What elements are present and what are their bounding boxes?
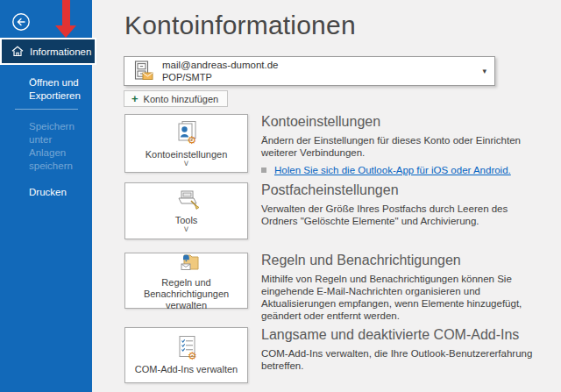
home-icon: [11, 46, 24, 57]
com-addins-icon: ⚙: [174, 335, 199, 361]
plus-icon: +: [131, 93, 138, 104]
rules-alerts-description: Mithilfe von Regeln und Benachrichtigung…: [261, 273, 542, 322]
svg-text:⚙: ⚙: [187, 134, 196, 146]
sidebar-item-info-label: Informationen: [30, 46, 91, 57]
chevron-down-icon: ˅: [184, 161, 189, 167]
mailbox-settings-text: Postfacheinstellungen Verwalten der Größ…: [261, 182, 542, 227]
account-settings-icon: ⚙: [174, 120, 199, 146]
sidebar-item-save-as: Speichern unter: [29, 120, 90, 146]
mailbox-cleanup-icon: [173, 189, 201, 212]
sidebar-item-info-selected[interactable]: Informationen: [0, 38, 96, 65]
tools-button[interactable]: Tools ˅: [124, 182, 248, 239]
account-selector-dropdown[interactable]: mail@andreas-dumont.de POP/SMTP ▾: [124, 56, 495, 86]
sidebar-divider: [15, 109, 78, 110]
add-account-button[interactable]: + Konto hinzufügen: [124, 90, 228, 107]
rules-alerts-button[interactable]: Regeln und Benachrichtigungen verwalten: [124, 253, 248, 309]
account-email: mail@andreas-dumont.de: [162, 59, 279, 71]
outlook-app-link-row: Holen Sie sich die Outlook-App für iOS o…: [261, 165, 542, 175]
account-selector-text: mail@andreas-dumont.de POP/SMTP: [162, 59, 279, 83]
account-protocol: POP/SMTP: [162, 71, 279, 83]
section-account-settings: ⚙ Kontoeinstellungen ˅ Kontoeinstellunge…: [124, 114, 561, 173]
sidebar-item-print[interactable]: Drucken: [29, 186, 85, 199]
section-mailbox-settings: Tools ˅ Postfacheinstellungen Verwalten …: [124, 182, 561, 239]
dropdown-caret-icon: ▾: [482, 67, 486, 75]
section-rules-alerts: Regeln und Benachrichtigungen verwalten …: [124, 253, 561, 309]
account-settings-description: Ändern der Einstellungen für dieses Kont…: [261, 134, 542, 159]
com-addins-button-label: COM-Add-Ins verwalten: [135, 364, 238, 375]
sidebar-item-save-attachments: Anlagen speichern: [29, 146, 80, 173]
com-addins-text: Langsame und deaktivierte COM-Add-Ins CO…: [261, 327, 542, 372]
sidebar-item-open-export[interactable]: Öffnen und Exportieren: [29, 76, 85, 103]
back-button[interactable]: [11, 12, 31, 32]
back-arrow-icon: [11, 12, 31, 32]
rules-alerts-text: Regeln und Benachrichtigungen Mithilfe v…: [261, 253, 542, 322]
outlook-backstage-view: Öffnen und Exportieren Speichern unter A…: [0, 0, 561, 392]
account-settings-button[interactable]: ⚙ Kontoeinstellungen ˅: [124, 114, 248, 173]
rules-alerts-button-label: Regeln und Benachrichtigungen verwalten: [130, 277, 244, 311]
com-addins-button[interactable]: ⚙ COM-Add-Ins verwalten: [124, 327, 248, 383]
account-settings-text: Kontoeinstellungen Ändern der Einstellun…: [261, 114, 542, 175]
rules-alerts-icon: [174, 250, 200, 274]
section-com-addins: ⚙ COM-Add-Ins verwalten Langsame und dea…: [124, 327, 561, 383]
outlook-app-link[interactable]: Holen Sie sich die Outlook-App für iOS o…: [274, 165, 511, 175]
account-mailbox-icon: [134, 61, 153, 82]
com-addins-description: COM-Add-Ins verwalten, die Ihre Outlook-…: [261, 347, 542, 372]
svg-text:⚙: ⚙: [188, 350, 197, 361]
chevron-down-icon: ˅: [184, 227, 189, 232]
page-title: Kontoinformationen: [124, 11, 356, 40]
rules-alerts-heading: Regeln und Benachrichtigungen: [261, 253, 542, 268]
add-account-label: Konto hinzufügen: [144, 94, 219, 104]
mailbox-settings-heading: Postfacheinstellungen: [261, 182, 542, 198]
square-bullet-icon: [261, 167, 266, 173]
com-addins-heading: Langsame und deaktivierte COM-Add-Ins: [261, 327, 542, 343]
account-settings-heading: Kontoeinstellungen: [261, 114, 542, 130]
mailbox-settings-description: Verwalten der Größe Ihres Postfachs durc…: [261, 203, 542, 227]
account-information-panel: Kontoinformationen mail@andreas-dumont.d…: [92, 0, 561, 392]
